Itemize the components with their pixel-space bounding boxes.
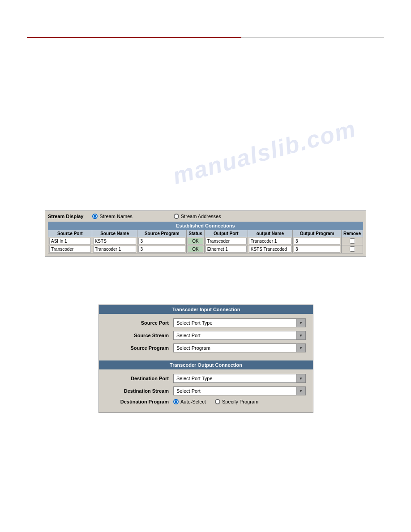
destination-stream-select-wrapper: Select Port bbox=[173, 386, 306, 395]
auto-select-radio[interactable]: Auto-Select bbox=[173, 399, 206, 404]
source-port-label: Source Port bbox=[106, 320, 169, 326]
table-row: OK bbox=[48, 245, 363, 253]
row2-source-program[interactable] bbox=[138, 246, 185, 253]
stream-addresses-label: Stream Addresses bbox=[181, 214, 221, 219]
transcoder-panel: Transcoder Input Connection Source Port … bbox=[98, 305, 313, 413]
row1-remove-checkbox[interactable] bbox=[350, 238, 355, 244]
table-row: OK bbox=[48, 237, 363, 245]
col-status: Status bbox=[187, 230, 205, 237]
auto-select-radio-circle bbox=[173, 399, 179, 404]
row2-source-name[interactable] bbox=[93, 246, 137, 253]
source-port-row: Source Port Select Port Type bbox=[106, 318, 306, 327]
stream-display-panel: Stream Display Stream Names Stream Addre… bbox=[45, 210, 366, 257]
row2-output-name[interactable] bbox=[249, 246, 291, 253]
specify-program-radio[interactable]: Specify Program bbox=[215, 399, 258, 404]
connections-header: Established Connections bbox=[48, 222, 363, 230]
source-port-select-wrapper: Select Port Type bbox=[173, 318, 306, 327]
stream-names-label: Stream Names bbox=[99, 214, 132, 219]
row1-status: OK bbox=[188, 238, 203, 245]
destination-program-row: Destination Program Auto-Select Specify … bbox=[106, 399, 306, 404]
transcoder-input-header: Transcoder Input Connection bbox=[99, 305, 313, 314]
source-stream-row: Source Stream Select Port bbox=[106, 331, 306, 340]
col-source-port: Source Port bbox=[48, 230, 92, 237]
row2-status: OK bbox=[188, 246, 203, 253]
destination-stream-select[interactable]: Select Port bbox=[173, 386, 306, 395]
stream-addresses-radio-circle bbox=[174, 214, 179, 219]
col-remove: Remove bbox=[342, 230, 363, 237]
row1-source-port[interactable] bbox=[49, 238, 91, 245]
col-output-port: Output Port bbox=[204, 230, 248, 237]
row2-remove-checkbox[interactable] bbox=[350, 246, 355, 252]
row2-source-port[interactable] bbox=[49, 246, 91, 253]
source-stream-label: Source Stream bbox=[106, 333, 169, 338]
destination-program-label: Destination Program bbox=[106, 399, 169, 404]
row1-output-name[interactable] bbox=[249, 238, 291, 245]
source-program-label: Source Program bbox=[106, 345, 169, 351]
top-decorative-line bbox=[27, 37, 384, 38]
stream-display-row: Stream Display Stream Names Stream Addre… bbox=[48, 214, 363, 219]
transcoder-input-form: Source Port Select Port Type Source Stre… bbox=[99, 314, 313, 360]
destination-stream-label: Destination Stream bbox=[106, 388, 169, 394]
source-program-select-wrapper: Select Program bbox=[173, 343, 306, 352]
stream-names-radio[interactable]: Stream Names bbox=[92, 214, 132, 219]
row2-output-program[interactable] bbox=[294, 246, 340, 253]
source-stream-select-wrapper: Select Port bbox=[173, 331, 306, 340]
source-stream-select[interactable]: Select Port bbox=[173, 331, 306, 340]
col-source-name: Source Name bbox=[92, 230, 137, 237]
col-source-program: Source Program bbox=[137, 230, 187, 237]
row1-output-program[interactable] bbox=[294, 238, 340, 245]
col-output-program: Output Program bbox=[292, 230, 341, 237]
stream-display-label: Stream Display bbox=[48, 214, 83, 219]
row1-output-port[interactable] bbox=[206, 238, 247, 245]
auto-select-label: Auto-Select bbox=[180, 399, 206, 404]
specify-program-label: Specify Program bbox=[222, 399, 258, 404]
destination-program-radio-group: Auto-Select Specify Program bbox=[173, 399, 258, 404]
row2-output-port[interactable] bbox=[206, 246, 247, 253]
connections-table: Source Port Source Name Source Program S… bbox=[48, 230, 363, 253]
stream-names-radio-circle bbox=[92, 214, 98, 219]
row1-source-name[interactable] bbox=[93, 238, 137, 245]
destination-stream-row: Destination Stream Select Port bbox=[106, 386, 306, 395]
stream-addresses-radio[interactable]: Stream Addresses bbox=[174, 214, 221, 219]
destination-port-select[interactable]: Select Port Type bbox=[173, 374, 306, 383]
source-program-select[interactable]: Select Program bbox=[173, 343, 306, 352]
destination-port-select-wrapper: Select Port Type bbox=[173, 374, 306, 383]
specify-program-radio-circle bbox=[215, 399, 220, 404]
source-program-row: Source Program Select Program bbox=[106, 343, 306, 352]
destination-port-label: Destination Port bbox=[106, 376, 169, 381]
transcoder-output-form: Destination Port Select Port Type Destin… bbox=[99, 369, 313, 412]
col-output-name: output Name bbox=[248, 230, 292, 237]
destination-port-row: Destination Port Select Port Type bbox=[106, 374, 306, 383]
source-port-select[interactable]: Select Port Type bbox=[173, 318, 306, 327]
row1-source-program[interactable] bbox=[138, 238, 185, 245]
transcoder-output-header: Transcoder Output Connection bbox=[99, 360, 313, 369]
watermark: manualslib.com bbox=[170, 115, 359, 190]
